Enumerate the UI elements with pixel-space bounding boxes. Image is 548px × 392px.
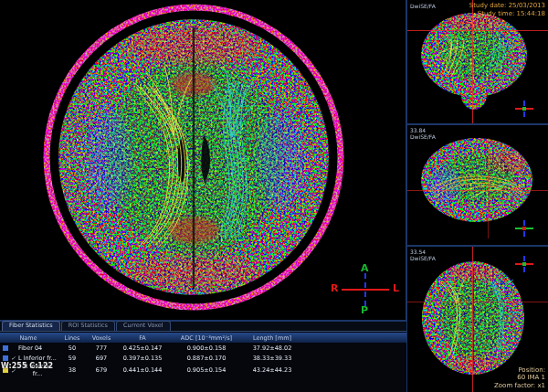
orientation-vertical-line: [364, 273, 366, 306]
cell-adc: 0.900±0.158: [170, 344, 243, 352]
orientation-marker: A P R L: [327, 263, 404, 316]
table-header: Name Lines Voxels FA ADC [10⁻³mm²/s] Len…: [0, 333, 406, 343]
cell-adc: 0.905±0.154: [170, 366, 243, 374]
tab-current-voxel[interactable]: Current Voxel: [116, 321, 171, 331]
col-voxels: Voxels: [88, 334, 115, 342]
zoom-factor: Zoom factor: x1: [494, 382, 545, 390]
sagittal-crosshair-vertical[interactable]: [488, 138, 489, 238]
dti-workstation-window: A P R L DwiSE/FA Study date: 25: [0, 0, 548, 392]
cell-voxels: 777: [88, 344, 115, 352]
position-label: Position:: [494, 366, 545, 375]
main-axial-view[interactable]: A P R L: [0, 0, 406, 320]
coronal-crosshair-horizontal[interactable]: [407, 30, 548, 31]
window-center-overlay: W:255 C:122: [1, 362, 53, 370]
cell-length: 38.33±39.33: [243, 355, 301, 362]
coronal-axis-icon: [515, 101, 533, 117]
sagittal-axis-icon: [515, 220, 533, 237]
table-row[interactable]: Fiber 04 50 777 0.425±0.147 0.900±0.158 …: [0, 343, 406, 353]
axial-small-view[interactable]: 33.54 DwiSE/FA Position: 60 IMA 1 Zoom f…: [407, 247, 548, 392]
table-row[interactable]: ✓ L Inferior fr... 59 697 0.397±0.135 0.…: [0, 353, 406, 363]
axial-small-slice-number: 33.54: [410, 249, 426, 255]
cell-lines: 59: [57, 355, 88, 362]
cell-lines: 38: [57, 366, 88, 374]
right-panel-divider-2: [407, 245, 548, 247]
sagittal-slice-number: 33.84: [410, 127, 426, 133]
cell-fa: 0.425±0.147: [115, 344, 170, 352]
col-fa: FA: [115, 334, 170, 342]
col-name: Name: [0, 334, 57, 342]
cell-fa: 0.441±0.144: [115, 366, 170, 374]
sagittal-view[interactable]: 33.84 DwiSE/FA: [407, 125, 548, 245]
cell-length: 43.24±44.23: [243, 366, 301, 374]
fiber-color-swatch: [3, 345, 8, 351]
cell-fa: 0.397±0.135: [115, 355, 170, 362]
fiber-color-swatch: [3, 355, 8, 361]
orientation-posterior-label: P: [361, 305, 368, 315]
orientation-right-label: R: [331, 283, 338, 293]
axial-small-axis-icon: [515, 256, 533, 272]
cell-length: 37.92±48.02: [243, 344, 301, 352]
orientation-anterior-label: A: [361, 263, 369, 273]
cell-adc: 0.887±0.170: [170, 355, 243, 362]
sagittal-sequence-label: DwiSE/FA: [410, 133, 436, 140]
orientation-left-label: L: [393, 283, 399, 293]
fiber-visibility-checkbox[interactable]: ✓: [10, 355, 16, 361]
fiber-name: Fiber 04: [18, 344, 42, 352]
col-lines: Lines: [57, 334, 88, 342]
coronal-crosshair-vertical[interactable]: [472, 0, 473, 123]
statistics-panel: Fiber Statistics ROI Statistics Current …: [0, 322, 406, 392]
statistics-tabbar: Fiber Statistics ROI Statistics Current …: [0, 322, 406, 332]
study-time: Study time: 15:44:18: [469, 10, 545, 18]
tab-fiber-statistics[interactable]: Fiber Statistics: [2, 321, 60, 331]
position-value: 60 IMA 1: [494, 374, 545, 382]
cell-voxels: 679: [88, 366, 115, 374]
sagittal-crosshair-horizontal[interactable]: [407, 190, 548, 191]
coronal-view[interactable]: DwiSE/FA Study date: 25/03/2013 Study ti…: [407, 0, 548, 123]
axial-small-crosshair-horizontal[interactable]: [407, 302, 548, 302]
position-info: Position: 60 IMA 1 Zoom factor: x1: [494, 366, 545, 390]
study-info: Study date: 25/03/2013 Study time: 15:44…: [469, 2, 545, 17]
fiber-name: L Inferior fr...: [18, 355, 57, 362]
coronal-sequence-label: DwiSE/FA: [410, 3, 436, 9]
study-date: Study date: 25/03/2013: [469, 2, 545, 10]
col-adc: ADC [10⁻³mm²/s]: [170, 334, 243, 342]
right-panel-divider-1: [407, 123, 548, 125]
table-row[interactable]: ✓ R Inferior fr... 38 679 0.441±0.144 0.…: [0, 363, 406, 373]
axial-small-crosshair-vertical[interactable]: [472, 247, 473, 392]
axial-small-sequence-label: DwiSE/FA: [410, 255, 436, 261]
tab-roi-statistics[interactable]: ROI Statistics: [61, 321, 115, 331]
cell-lines: 50: [57, 344, 88, 352]
cell-voxels: 697: [88, 355, 115, 362]
col-length: Length [mm]: [243, 334, 301, 342]
